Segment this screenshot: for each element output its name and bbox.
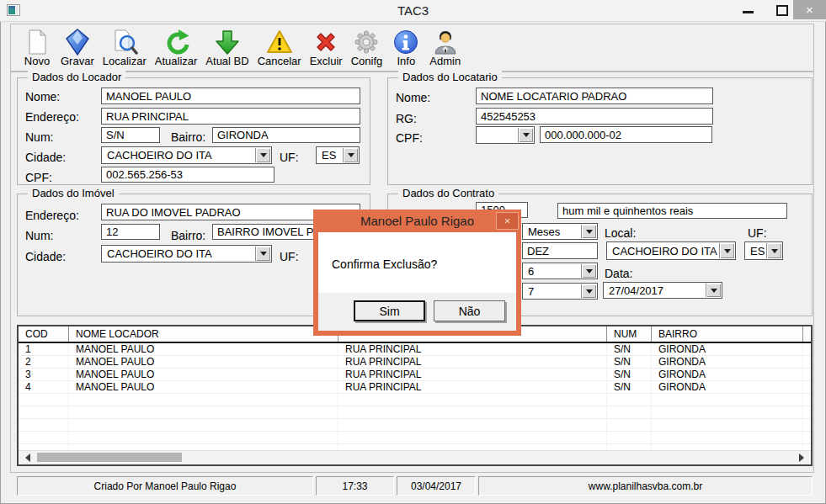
groupbox-contrato-title: Dados do Contrato — [398, 187, 498, 199]
contrato-periodo-combobox[interactable]: Meses — [522, 223, 598, 240]
contrato-local-value: CACHOEIRO DO ITA — [612, 245, 717, 257]
contrato-dia-combobox[interactable]: 6 — [522, 263, 598, 279]
chevron-down-icon[interactable] — [518, 128, 533, 142]
cell-num: S/N — [607, 356, 652, 368]
toolbar-button-excluir[interactable]: Excluir — [306, 27, 347, 68]
locatario-nome-field[interactable]: NOME LOCATARIO PADRAO — [476, 88, 713, 104]
locatario-cpf-prefix-combobox[interactable] — [476, 126, 535, 144]
toolbar-button-cancelar[interactable]: Cancelar — [253, 27, 306, 68]
locatario-rg-field[interactable]: 452545253 — [476, 108, 713, 125]
statusbar-created-by: Criado Por Manoel Paulo Rigao — [17, 476, 313, 496]
grid-header-num: NUM — [607, 326, 652, 342]
cell-cod: 4 — [19, 381, 69, 393]
contrato-uf-combobox[interactable]: ES — [744, 241, 783, 260]
table-row[interactable]: 4 MANOEL PAULO RUA PRINCIPAL S/N GIRONDA — [19, 381, 811, 394]
chevron-down-icon[interactable] — [343, 148, 358, 162]
contrato-uf-value: ES — [750, 245, 765, 257]
chevron-down-icon[interactable] — [766, 243, 781, 258]
locador-nome-label: Nome: — [25, 90, 60, 103]
statusbar-date: 03/04/2017 — [397, 476, 476, 496]
window-title: TAC3 — [0, 3, 826, 18]
close-icon: × — [806, 3, 813, 17]
no-button[interactable]: Não — [434, 300, 505, 321]
table-row-empty — [19, 394, 811, 406]
app-window: TAC3 × Novo Gravar — [0, 0, 826, 504]
chevron-down-icon[interactable] — [255, 148, 270, 162]
scroll-right-icon[interactable] — [799, 454, 804, 462]
cell-filler — [803, 381, 811, 393]
save-gem-icon — [62, 28, 93, 56]
toolbar-button-gravar[interactable]: Gravar — [56, 27, 99, 68]
contrato-ano-combobox[interactable]: 7 — [522, 283, 598, 300]
cell-cod: 1 — [19, 343, 69, 355]
cell-cod: 2 — [19, 356, 69, 368]
confirm-delete-dialog: Manoel Paulo Rigao × Confirma Exclusão? … — [313, 210, 521, 336]
chevron-down-icon[interactable] — [581, 225, 596, 238]
toolbar-label: Conifg — [351, 56, 383, 67]
contrato-extenso-field[interactable]: hum mil e quinhentos reais — [557, 203, 787, 219]
locatario-cpf-field[interactable]: 000.000.000-02 — [540, 126, 712, 143]
toolbar-label: Atualizar — [155, 56, 198, 67]
locador-bairro-field[interactable]: GIRONDA — [212, 127, 360, 143]
dialog-close-button[interactable]: × — [496, 212, 519, 230]
minimize-icon[interactable] — [743, 11, 754, 13]
locatario-rg-label: RG: — [396, 112, 417, 125]
locador-nome-field[interactable]: MANOEL PAULO — [101, 88, 360, 104]
locador-cidade-value: CACHOEIRO DO ITA — [107, 149, 212, 162]
imovel-cidade-combobox[interactable]: CACHOEIRO DO ITA — [101, 245, 272, 263]
search-icon — [109, 28, 140, 56]
toolbar-button-info[interactable]: Info — [386, 27, 425, 68]
locador-bairro-label: Bairro: — [171, 130, 205, 144]
table-row[interactable]: 2 MANOEL PAULO RUA PRINCIPAL S/N GIRONDA — [19, 356, 811, 369]
cell-num: S/N — [607, 343, 652, 355]
locatario-cpf-label: CPF: — [396, 131, 423, 145]
imovel-cidade-value: CACHOEIRO DO ITA — [107, 247, 212, 260]
maximize-icon[interactable] — [776, 5, 788, 16]
chevron-down-icon[interactable] — [706, 284, 721, 297]
grid-header-filler — [803, 326, 811, 342]
locador-endereco-field[interactable]: RUA PRINCIPAL — [101, 108, 360, 125]
chevron-down-icon[interactable] — [255, 247, 270, 261]
dialog-message: Confirma Exclusão? — [332, 257, 437, 271]
locador-cpf-field[interactable]: 002.565.256-53 — [101, 167, 274, 183]
locador-num-field[interactable]: S/N — [101, 127, 160, 143]
scrollbar-thumb[interactable] — [37, 453, 182, 462]
horizontal-scrollbar[interactable] — [19, 450, 811, 464]
chevron-down-icon[interactable] — [581, 284, 596, 298]
title-bar: TAC3 × — [0, 0, 826, 22]
delete-x-icon — [311, 28, 341, 56]
contrato-data-label: Data: — [605, 267, 632, 280]
contrato-data-combobox[interactable]: 27/04/2017 — [603, 282, 722, 299]
toolbar-button-admin[interactable]: Admin — [425, 27, 465, 68]
yes-button[interactable]: Sim — [354, 300, 425, 321]
contrato-local-combobox[interactable]: CACHOEIRO DO ITA — [606, 241, 736, 260]
toolbar-button-atualizar[interactable]: Atualizar — [151, 27, 202, 68]
toolbar-button-atualbd[interactable]: Atual BD — [201, 27, 253, 68]
table-row-empty — [19, 406, 811, 419]
table-row[interactable]: 3 MANOEL PAULO RUA PRINCIPAL S/N GIRONDA — [19, 369, 811, 381]
toolbar-button-conifg[interactable]: Conifg — [347, 27, 387, 68]
dialog-button-strip: Sim Não — [318, 293, 516, 331]
chevron-down-icon[interactable] — [719, 243, 734, 258]
toolbar-frame: Novo Gravar — [10, 24, 814, 72]
locador-uf-label: UF: — [280, 151, 299, 164]
table-row[interactable]: 1 MANOEL PAULO RUA PRINCIPAL S/N GIRONDA — [19, 343, 811, 356]
admin-user-icon — [430, 28, 461, 56]
locador-uf-combobox[interactable]: ES — [316, 146, 360, 164]
gear-icon — [351, 28, 381, 56]
imovel-bairro-label: Bairro: — [171, 229, 205, 242]
imovel-num-field[interactable]: 12 — [101, 224, 160, 240]
toolbar-label: Admin — [429, 56, 461, 67]
groupbox-locatario-title: Dados do Locatario — [398, 71, 502, 83]
locador-cidade-combobox[interactable]: CACHOEIRO DO ITA — [101, 146, 272, 164]
table-row-empty — [19, 432, 811, 444]
toolbar-button-novo[interactable]: Novo — [18, 27, 56, 68]
close-icon: × — [504, 215, 511, 227]
contrato-mes-field[interactable]: DEZ — [522, 242, 598, 259]
chevron-down-icon[interactable] — [581, 264, 596, 278]
scroll-left-icon[interactable] — [25, 454, 30, 462]
grid-header-nome-locador: NOME LOCADOR — [69, 326, 338, 342]
cell-nome: MANOEL PAULO — [69, 343, 338, 355]
close-window-button[interactable]: × — [793, 0, 826, 19]
toolbar-button-localizar[interactable]: Localizar — [99, 27, 151, 68]
